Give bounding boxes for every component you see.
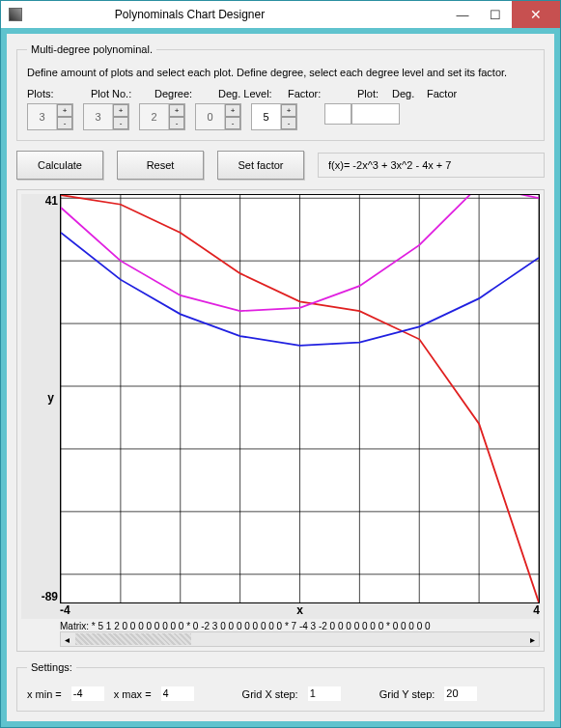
y-max: 41 (45, 194, 58, 208)
factor-up[interactable]: + (281, 104, 296, 117)
polynomial-group: Multi-degree polynominal. Define amount … (16, 43, 545, 141)
deglevel-spinner: 0 +- (195, 103, 241, 130)
label-degree: Degree: (154, 88, 218, 99)
deglevel-value: 0 (196, 104, 225, 129)
plot-display (324, 103, 351, 125)
polynomial-legend: Multi-degree polynominal. (27, 43, 156, 55)
degree-spinner: 2 +- (139, 103, 185, 130)
label-deg: Deg. (392, 88, 427, 99)
scroll-right-icon[interactable]: ▸ (526, 634, 539, 645)
formula-display: f(x)= -2x^3 + 3x^2 - 4x + 7 (318, 153, 545, 178)
x-axis: -4 x 4 (21, 603, 540, 619)
label-fact: Factor (427, 88, 465, 99)
client-area: Multi-degree polynominal. Define amount … (7, 34, 554, 721)
plots-spinner: 3 +- (27, 103, 73, 130)
label-plots: Plots: (27, 88, 91, 99)
factor-spinner: 5 +- (251, 103, 297, 130)
x-max: 4 (533, 603, 540, 617)
deglevel-up[interactable]: + (225, 104, 240, 117)
matrix-scrollbar[interactable]: ◂ ▸ (60, 631, 540, 647)
maximize-button[interactable]: ☐ (479, 1, 512, 28)
gridx-label: Grid X step: (242, 688, 298, 700)
scroll-thumb[interactable] (75, 633, 191, 645)
degree-value: 2 (140, 104, 169, 129)
settings-group: Settings: x min = x max = Grid X step: G… (16, 661, 545, 712)
deglevel-down[interactable]: - (225, 117, 240, 129)
chart-panel: 41 y -89 -4 x 4 Matrix: * 5 1 2 0 0 0 0 … (16, 189, 545, 652)
label-deglevel: Deg. Level: (218, 88, 288, 99)
plots-down[interactable]: - (57, 117, 72, 129)
degree-down[interactable]: - (169, 117, 184, 129)
gridy-label: Grid Y step: (379, 688, 435, 700)
plotno-up[interactable]: + (113, 104, 128, 117)
xmax-input[interactable] (161, 686, 194, 701)
y-min: -89 (42, 590, 58, 603)
plots-up[interactable]: + (57, 104, 72, 117)
plot-area (60, 194, 540, 603)
xmin-input[interactable] (71, 686, 104, 701)
label-plot: Plot: (357, 88, 392, 99)
deg-factor-display (351, 103, 400, 125)
matrix-readout: Matrix: * 5 1 2 0 0 0 0 0 0 0 0 * 0 -2 3… (21, 619, 540, 631)
minimize-button[interactable]: — (446, 1, 479, 28)
x-min: -4 (60, 603, 70, 617)
label-plotno: Plot No.: (91, 88, 154, 99)
scroll-left-icon[interactable]: ◂ (61, 634, 73, 645)
gridx-input[interactable] (308, 686, 341, 701)
app-window: Polynominals Chart Designer — ☐ ✕ Multi-… (0, 0, 561, 728)
label-factor: Factor: (288, 88, 357, 99)
y-label: y (47, 391, 54, 405)
plotno-spinner: 3 +- (83, 103, 129, 130)
xmin-label: x min = (27, 688, 62, 700)
button-row: Calculate Reset Set factor f(x)= -2x^3 +… (16, 151, 545, 180)
app-icon (9, 8, 22, 21)
gridy-input[interactable] (444, 686, 477, 701)
plotno-value: 3 (84, 104, 113, 129)
setfactor-button[interactable]: Set factor (217, 151, 304, 180)
plots-value: 3 (28, 104, 57, 129)
titlebar: Polynominals Chart Designer — ☐ ✕ (1, 1, 560, 28)
calculate-button[interactable]: Calculate (16, 151, 103, 180)
polynomial-desc: Define amount of plots and select each p… (27, 67, 534, 78)
window-title: Polynominals Chart Designer (30, 8, 446, 21)
plot-svg (61, 195, 539, 602)
y-axis: 41 y -89 (21, 194, 60, 603)
factor-down[interactable]: - (281, 117, 296, 129)
x-label: x (296, 603, 303, 617)
settings-legend: Settings: (27, 661, 76, 673)
plotno-down[interactable]: - (113, 117, 128, 129)
close-button[interactable]: ✕ (512, 1, 560, 28)
reset-button[interactable]: Reset (117, 151, 204, 180)
xmax-label: x max = (114, 688, 152, 700)
degree-up[interactable]: + (169, 104, 184, 117)
factor-value[interactable]: 5 (252, 104, 281, 129)
